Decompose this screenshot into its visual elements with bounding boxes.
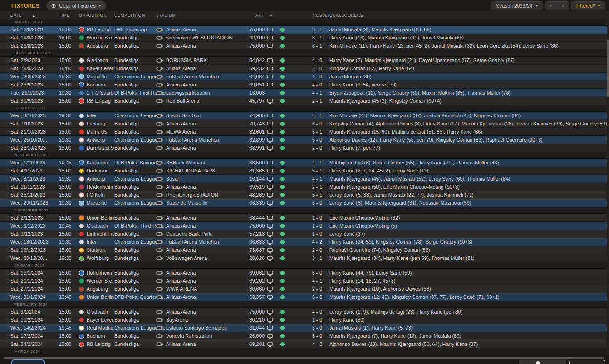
fixture-row[interactable]: Sat, 21/10/2023 15:00 Mainz 05 Bundeslig… bbox=[0, 128, 609, 136]
fixture-competition: Champions League... bbox=[114, 113, 156, 118]
fixture-row[interactable]: Sat, 24/2/2024 15:00 RB Leipzig Bundesli… bbox=[0, 340, 609, 348]
team-badge-icon bbox=[79, 98, 84, 104]
fixture-row[interactable]: Sat, 2/12/2023 15:00 Union Berlin Bundes… bbox=[0, 214, 609, 222]
match-played-icon bbox=[280, 161, 285, 165]
stadium-icon bbox=[156, 256, 163, 260]
stadium-icon bbox=[156, 169, 163, 173]
goalscorers: Kim Min-Jae (27), Maurits Kjærgaard (37)… bbox=[329, 113, 609, 118]
fixture-row[interactable]: Wed, 25/10/20... 19:30 Antwerp Champions… bbox=[0, 136, 609, 144]
fixture-row[interactable]: Sat, 13/1/2024 15:00 Hoffenheim Bundesli… bbox=[0, 269, 609, 277]
fixture-row[interactable]: Wed, 8/11/2023 19:30 Antwerp Champions L… bbox=[0, 175, 609, 183]
tv-icon bbox=[267, 326, 273, 330]
fixture-row[interactable]: Sat, 17/2/2024 15:00 Bochum Bundesliga V… bbox=[0, 332, 609, 340]
vertical-scrollbar-thumb[interactable] bbox=[607, 40, 609, 97]
match-played-icon bbox=[280, 146, 285, 150]
fixture-time: 15:00 bbox=[59, 82, 79, 87]
fixture-row[interactable]: Wed, 13/12/2023 19:30 Inter Champions Le… bbox=[0, 238, 609, 246]
fixture-time: 15:00 bbox=[59, 333, 79, 339]
opposition-name: Inter bbox=[87, 113, 97, 118]
match-played-icon bbox=[280, 318, 285, 322]
fixture-result: 1 - 0 bbox=[312, 215, 329, 220]
fixture-result: 5 - 1 bbox=[312, 192, 329, 198]
fixture-row[interactable]: Sat, 3/2/2024 15:00 Gladbach Bundesliga … bbox=[0, 308, 609, 316]
fixture-date: Sat, 27/1/2024 bbox=[10, 286, 59, 292]
stadium-name: Allianz-Arena bbox=[166, 247, 196, 253]
fixture-result: 6 - 0 bbox=[312, 294, 329, 300]
fixture-row[interactable]: Wed, 20/12/20... 19:30 Wolfsburg Bundesl… bbox=[0, 254, 609, 262]
attendance: 81,044 bbox=[249, 325, 264, 331]
fixture-row[interactable]: Sat, 20/1/2024 15:00 Werder Bre... Bunde… bbox=[0, 277, 609, 285]
stadium-icon bbox=[156, 67, 163, 71]
fixture-row[interactable]: Sat, 28/10/2023 15:00 Darmstadt 98 Bunde… bbox=[0, 144, 609, 152]
column-header-time[interactable]: TIME bbox=[59, 13, 79, 18]
fixture-row[interactable]: Sat, 2/9/2023 15:00 Gladbach Bundesliga … bbox=[0, 57, 609, 65]
fixture-row[interactable]: Sat, 19/8/2023 15:00 Werder Bre... Bunde… bbox=[0, 34, 609, 42]
fixture-competition: Bundesliga bbox=[114, 43, 156, 48]
team-badge-icon bbox=[79, 121, 84, 126]
tv-icon bbox=[267, 67, 273, 70]
fixture-row[interactable]: Sat, 26/8/2023 15:00 Augsburg Bundesliga… bbox=[0, 42, 609, 50]
fixture-row[interactable]: Wed, 20/9/2023 19:30 Marseille Champions… bbox=[0, 73, 609, 81]
column-header-tv[interactable]: TV bbox=[264, 13, 276, 18]
fixture-time: 15:00 bbox=[59, 341, 79, 347]
stadium-icon bbox=[156, 310, 163, 314]
filter-dropdown[interactable]: Filtered* bbox=[571, 1, 605, 10]
match-played-icon bbox=[280, 224, 285, 228]
vertical-scrollbar-track[interactable] bbox=[607, 19, 609, 355]
fixture-date: Sat, 13/1/2024 bbox=[10, 270, 59, 276]
next-season-button[interactable]: › bbox=[557, 1, 569, 10]
fixture-row[interactable]: Wed, 14/2/2024 19:45 Real Madrid Champio… bbox=[0, 324, 609, 332]
fixture-row[interactable]: Sat, 4/11/2023 15:00 Dortmund Bundesliga… bbox=[0, 167, 609, 175]
horizontal-scrollbar[interactable] bbox=[4, 357, 604, 359]
tv-icon bbox=[267, 334, 273, 338]
season-selector-dropdown[interactable]: Season 2023/24 bbox=[491, 1, 542, 10]
fixture-row[interactable]: Wed, 4/10/2023 19:30 Inter Champions Lea… bbox=[0, 112, 609, 120]
fixture-row[interactable]: Sat, 27/1/2024 15:00 Augsburg Bundesliga… bbox=[0, 285, 609, 293]
fixture-row[interactable]: Sat, 11/11/2023 15:00 Heidenheim Bundesl… bbox=[0, 183, 609, 191]
fixture-row[interactable]: Sat, 10/2/2024 15:00 Bayer Lever... Bund… bbox=[0, 316, 609, 324]
match-status-icon bbox=[6, 216, 10, 220]
fixture-row[interactable]: Wed, 31/1/2024 19:45 Union Berlin DFB-Po… bbox=[0, 293, 609, 301]
column-header-competition[interactable]: COMPETITION bbox=[114, 13, 156, 18]
stadium-icon bbox=[156, 91, 163, 95]
match-played-icon bbox=[280, 216, 285, 220]
column-header-att[interactable]: ATT bbox=[249, 13, 264, 18]
column-header-goalscorers[interactable]: GOALSCORERS bbox=[329, 13, 609, 18]
tv-icon bbox=[267, 146, 273, 150]
column-header-result[interactable]: RESULT bbox=[312, 13, 329, 18]
fixture-time: 15:00 bbox=[59, 192, 79, 198]
opposition-name: Wolfsburg bbox=[87, 255, 109, 261]
team-badge-icon bbox=[79, 58, 84, 63]
topbar-right: Season 2023/24 ‹ › Filtered* bbox=[491, 1, 605, 10]
footer-right-button[interactable] bbox=[569, 360, 605, 364]
view-selector-dropdown[interactable]: Copy of Fixtures bbox=[46, 1, 106, 10]
fixture-row[interactable]: Wed, 1/11/2023 19:45 Karlsruhe DFB-Pokal… bbox=[0, 159, 609, 167]
column-header-stadium[interactable]: STADIUM bbox=[156, 13, 249, 18]
footer-left-button[interactable] bbox=[11, 359, 45, 364]
month-header-label: DECEMBER 2023 bbox=[14, 208, 49, 212]
fixture-competition: Bundesliga bbox=[114, 145, 156, 151]
opposition-name: Werder Bre... bbox=[87, 35, 114, 40]
tv-icon bbox=[267, 232, 273, 236]
previous-season-button[interactable]: ‹ bbox=[545, 1, 557, 10]
fixture-row[interactable]: Sat, 9/12/2023 15:00 Eintracht Fra... Bu… bbox=[0, 230, 609, 238]
fixture-row[interactable]: Sat, 23/9/2023 15:00 Bochum Bundesliga A… bbox=[0, 81, 609, 89]
fixture-row[interactable]: Sat, 30/9/2023 15:00 RB Leipzig Bundesli… bbox=[0, 97, 609, 105]
opposition-name: Union Berlin bbox=[87, 294, 114, 300]
fixture-row[interactable]: Wed, 6/12/2023 19:45 Gladbach DFB-Pokal … bbox=[0, 222, 609, 230]
fixture-row[interactable]: Wed, 29/11/2023 19:30 Marseille Champion… bbox=[0, 199, 609, 207]
tv-icon bbox=[267, 287, 273, 291]
column-header-date[interactable]: DATE▲ bbox=[10, 13, 59, 18]
tv-icon bbox=[267, 248, 273, 252]
fixture-row[interactable]: Sat, 12/8/2023 15:00 RB Leipzig DFL-Supe… bbox=[0, 26, 609, 34]
fixture-row[interactable]: Tue, 26/9/2023 19:30 1. FC Saarbr... DFB… bbox=[0, 89, 609, 97]
column-header-opposition[interactable]: OPPOSITION bbox=[79, 13, 114, 18]
fixture-row[interactable]: Sat, 25/11/2023 15:00 FC Köln Bundesliga… bbox=[0, 191, 609, 199]
fixture-row[interactable]: Sat, 16/9/2023 15:00 Bayer Lever... Bund… bbox=[0, 65, 609, 73]
match-played-icon bbox=[280, 310, 285, 314]
footer-continue-button[interactable] bbox=[519, 360, 566, 364]
fixture-competition: Bundesliga bbox=[114, 121, 156, 126]
fixture-competition: Bundesliga bbox=[114, 66, 156, 71]
fixture-row[interactable]: Sat, 16/12/2023 15:00 Stuttgart Bundesli… bbox=[0, 246, 609, 254]
fixture-row[interactable]: Sat, 7/10/2023 15:00 Freiburg Bundesliga… bbox=[0, 120, 609, 128]
